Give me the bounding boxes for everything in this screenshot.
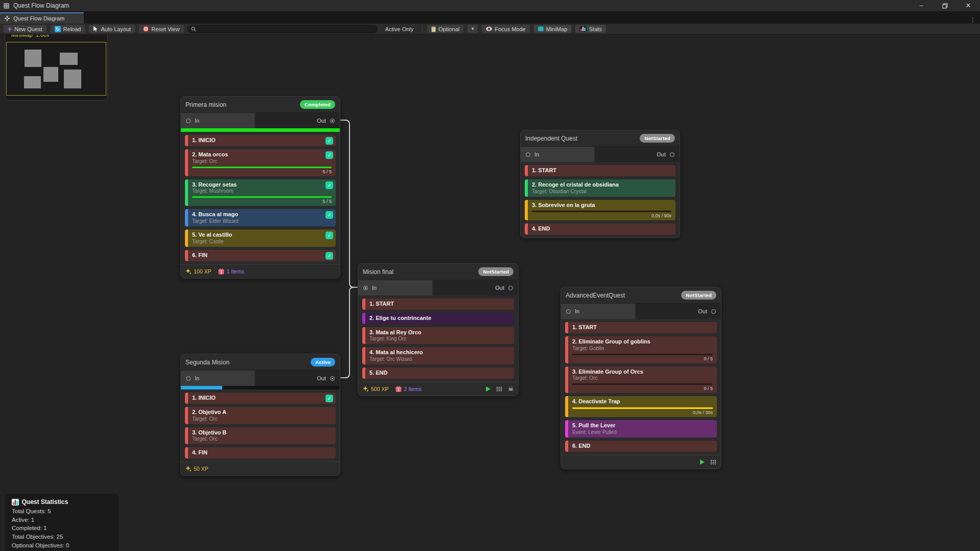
objective-item[interactable]: 2. Elige tu contrincante bbox=[362, 313, 514, 324]
xp-value: 100 XP bbox=[194, 268, 211, 274]
stats-toggle[interactable]: Stats bbox=[575, 25, 606, 33]
quest-ports: InOut bbox=[561, 304, 721, 319]
objective-item[interactable]: 4. Mata al hechiceroTarget: Orc Wizard bbox=[362, 347, 514, 364]
objective-item[interactable]: 6. END bbox=[565, 441, 717, 452]
objective-item[interactable]: 6. FIN✓ bbox=[185, 250, 336, 261]
xp-value: 50 XP bbox=[194, 466, 208, 472]
objective-checkbox[interactable]: ✓ bbox=[325, 137, 333, 145]
objective-item[interactable]: 2. Mata orcosTarget: Orc5 / 5✓ bbox=[185, 149, 336, 176]
objective-item[interactable]: 4. END bbox=[525, 223, 675, 235]
objective-title: 2. Objetivo A bbox=[192, 409, 332, 416]
minimize-button[interactable]: – bbox=[909, 0, 933, 11]
port-in[interactable]: In bbox=[181, 113, 255, 128]
minimap-panel[interactable]: MiniMap 1.00x bbox=[5, 29, 108, 101]
objective-checkbox[interactable]: ✓ bbox=[325, 211, 333, 219]
port-out[interactable]: Out bbox=[595, 147, 680, 162]
search-input[interactable] bbox=[198, 26, 374, 33]
port-in-circle-icon bbox=[526, 152, 530, 157]
objective-item[interactable]: 3. Objetivo BTarget: Orc bbox=[185, 427, 336, 445]
graph-canvas[interactable]: Primera misionCompletedInOut1. INICIO✓2.… bbox=[0, 0, 980, 551]
objective-item[interactable]: 3. Recoger setasTarget: Mushroom5 / 5✓ bbox=[185, 179, 336, 206]
quest-title: Mision final bbox=[363, 268, 393, 276]
quest-node-advancedeventquest[interactable]: AdvancedEventQuestNotStartedInOut1. STAR… bbox=[561, 287, 721, 469]
quest-status-badge: Active bbox=[311, 358, 335, 366]
port-out-circle-icon bbox=[711, 309, 716, 314]
port-out[interactable]: Out bbox=[255, 371, 340, 386]
optional-filter-button[interactable]: Optional bbox=[427, 25, 464, 33]
port-in[interactable]: In bbox=[561, 304, 636, 319]
objective-item[interactable]: 3. Sobrevive en la gruta0,0s / 90s bbox=[525, 200, 675, 221]
quest-xp-reward: 500 XP bbox=[363, 386, 388, 392]
objective-title: 3. Eliminate Group of Orcs bbox=[572, 369, 713, 376]
quest-node-header: Segunda MisionActive bbox=[181, 354, 340, 371]
quest-node-header: Mision finalNotStarted bbox=[358, 264, 518, 280]
minimap-toggle[interactable]: MiniMap bbox=[533, 25, 572, 33]
objective-checkbox[interactable]: ✓ bbox=[325, 181, 333, 189]
port-out[interactable]: Out bbox=[636, 304, 721, 319]
port-out[interactable]: Out bbox=[255, 113, 340, 128]
skull-icon[interactable]: ☠ bbox=[508, 386, 514, 392]
reset-view-button[interactable]: Reset View bbox=[138, 25, 184, 33]
minimap-viewport[interactable] bbox=[6, 42, 106, 96]
quest-node-mision-final[interactable]: Mision finalNotStartedInOut1. START2. El… bbox=[358, 263, 519, 396]
tab-overflow-menu-icon[interactable]: ⋮ bbox=[966, 16, 980, 24]
objective-item[interactable]: 4. Busca al magoTarget: Elder Wizard✓ bbox=[185, 209, 336, 226]
quest-node-primera-mision[interactable]: Primera misionCompletedInOut1. INICIO✓2.… bbox=[180, 96, 340, 279]
objective-item[interactable]: 4. FIN bbox=[185, 447, 336, 458]
reload-button[interactable]: ↻ Reload bbox=[50, 25, 86, 33]
objective-item[interactable]: 1. INICIO✓ bbox=[185, 135, 336, 146]
objective-item[interactable]: 3. Eliminate Group of OrcsTarget: Orc0 /… bbox=[565, 366, 717, 394]
objective-checkbox[interactable]: ✓ bbox=[325, 151, 333, 159]
objective-item[interactable]: 5. END bbox=[362, 368, 514, 379]
spawn-grid-icon[interactable] bbox=[710, 460, 716, 465]
port-in[interactable]: In bbox=[521, 147, 595, 162]
optional-dropdown-button[interactable]: ▼ bbox=[467, 25, 478, 33]
port-in[interactable]: In bbox=[358, 280, 433, 295]
objective-target: Target: Obsidian Crystal bbox=[532, 189, 671, 195]
search-box bbox=[188, 25, 378, 33]
play-icon[interactable] bbox=[700, 460, 705, 465]
objective-item[interactable]: 1. START bbox=[525, 165, 675, 176]
objective-item[interactable]: 1. START bbox=[362, 299, 514, 310]
tab-quest-flow-diagram[interactable]: Quest Flow Diagram bbox=[0, 12, 84, 24]
objective-item[interactable]: 4. Deactivate Trap0,0s / 30s bbox=[565, 396, 717, 417]
objective-target: Target: Orc bbox=[192, 158, 332, 165]
port-in[interactable]: In bbox=[181, 371, 255, 386]
quest-node-independent-quest[interactable]: Independent QuestNotStartedInOut1. START… bbox=[520, 130, 680, 238]
objective-item[interactable]: 2. Objetivo ATarget: Orc bbox=[185, 407, 336, 424]
objective-item[interactable]: 2. Eliminate Group of goblinsTarget: Gob… bbox=[565, 336, 717, 363]
active-only-toggle[interactable]: Active Only bbox=[381, 25, 418, 33]
objective-title: 2. Recoge el cristal de obsidiana bbox=[532, 181, 671, 189]
auto-layout-button[interactable]: Auto Layout bbox=[88, 25, 135, 33]
port-out-label: Out bbox=[317, 118, 326, 124]
close-button[interactable]: × bbox=[956, 0, 980, 11]
objective-checkbox[interactable]: ✓ bbox=[325, 395, 333, 402]
plus-icon: + bbox=[8, 27, 12, 32]
objective-item[interactable]: 5. Pull the LeverEvent: Lever Pulled bbox=[565, 420, 717, 438]
minimap-node bbox=[43, 67, 58, 82]
port-out[interactable]: Out bbox=[433, 280, 518, 295]
quest-status-badge: NotStarted bbox=[640, 134, 675, 143]
quest-progress-fill bbox=[181, 386, 222, 389]
new-quest-button[interactable]: + New Quest bbox=[3, 25, 47, 33]
toolbar-separator bbox=[422, 26, 423, 33]
objective-progress-bar bbox=[572, 407, 713, 409]
objective-item[interactable]: 1. START bbox=[565, 322, 717, 333]
objective-item[interactable]: 5. Ve al castilloTarget: Castle✓ bbox=[185, 229, 336, 247]
quest-node-segunda-mision[interactable]: Segunda MisionActiveInOut1. INICIO✓2. Ob… bbox=[180, 354, 340, 476]
objective-checkbox[interactable]: ✓ bbox=[325, 232, 333, 239]
objective-target: Target: Orc bbox=[572, 375, 713, 381]
objective-item[interactable]: 2. Recoge el cristal de obsidianaTarget:… bbox=[525, 179, 675, 197]
maximize-button[interactable] bbox=[933, 0, 956, 11]
clipboard-icon bbox=[431, 26, 436, 32]
objective-item[interactable]: 1. INICIO✓ bbox=[185, 393, 336, 404]
objective-title: 1. START bbox=[532, 167, 671, 174]
objective-item[interactable]: 3. Mata al Rey OrcoTarget: King Orc bbox=[362, 327, 514, 345]
objective-title: 2. Eliminate Group of goblins bbox=[572, 338, 713, 346]
play-icon[interactable] bbox=[486, 386, 491, 392]
port-out-label: Out bbox=[698, 308, 707, 314]
objective-target: Target: Castle bbox=[192, 239, 332, 245]
spawn-grid-icon[interactable] bbox=[496, 386, 502, 392]
focus-mode-toggle[interactable]: Focus Mode bbox=[481, 25, 530, 33]
objective-checkbox[interactable]: ✓ bbox=[325, 252, 333, 260]
